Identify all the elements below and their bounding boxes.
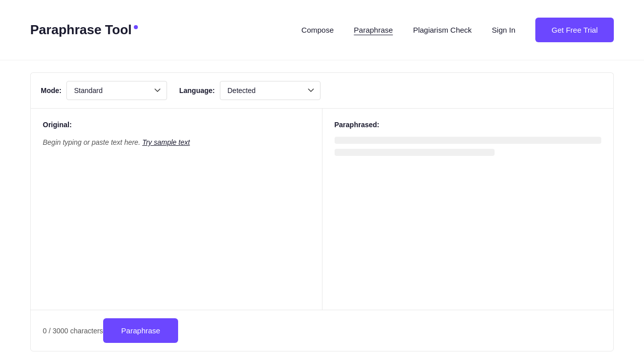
paraphrased-panel: Paraphrased: (323, 109, 614, 310)
logo: Paraphrase Tool (30, 22, 138, 38)
original-label: Original: (43, 121, 310, 129)
toolbar: Mode: Standard Fluency Formal Simple Cre… (30, 72, 614, 108)
logo-dot (134, 25, 138, 29)
nav-item-paraphrase[interactable]: Paraphrase (346, 22, 401, 38)
mode-label: Mode: (41, 86, 61, 95)
paraphrase-button[interactable]: Paraphrase (103, 318, 179, 343)
editor-panels: Original: Begin typing or paste text her… (31, 109, 613, 310)
nav-item-compose[interactable]: Compose (293, 22, 342, 38)
paraphrased-label: Paraphrased: (335, 121, 602, 129)
mode-group: Mode: Standard Fluency Formal Simple Cre… (41, 81, 167, 100)
editor-footer: 0 / 3000 characters Paraphrase (31, 310, 613, 351)
skeleton-line-2 (335, 149, 495, 156)
nav-item-signin[interactable]: Sign In (484, 22, 524, 38)
nav: Compose Paraphrase Plagiarism Check Sign… (293, 18, 614, 42)
char-count: 0 / 3000 characters (43, 327, 103, 335)
language-label: Language: (179, 86, 215, 95)
get-free-trial-button[interactable]: Get Free Trial (535, 18, 614, 42)
skeleton-line-1 (335, 137, 602, 144)
header: Paraphrase Tool Compose Paraphrase Plagi… (0, 0, 644, 60)
try-sample-link[interactable]: Try sample text (142, 138, 190, 146)
original-placeholder: Begin typing or paste text here. Try sam… (43, 137, 310, 148)
main-content: Mode: Standard Fluency Formal Simple Cre… (0, 60, 644, 362)
nav-item-plagiarism[interactable]: Plagiarism Check (405, 22, 480, 38)
mode-select[interactable]: Standard Fluency Formal Simple Creative … (66, 81, 167, 100)
editor-container: Original: Begin typing or paste text her… (30, 108, 614, 351)
original-panel[interactable]: Original: Begin typing or paste text her… (31, 109, 323, 310)
language-group: Language: Detected English Spanish Frenc… (179, 81, 320, 100)
language-select[interactable]: Detected English Spanish French German P… (220, 81, 320, 100)
logo-text: Paraphrase Tool (30, 22, 132, 38)
